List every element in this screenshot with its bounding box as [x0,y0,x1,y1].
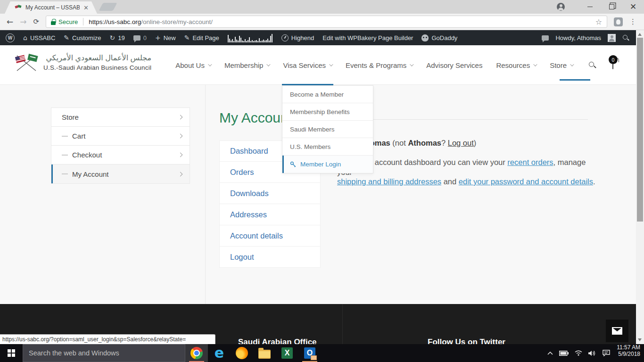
user-avatar[interactable] [608,34,616,42]
content-divider [205,85,206,304]
close-button[interactable]: ✕ [622,0,644,14]
admin-search-icon[interactable] [622,34,629,41]
shipping-billing-link[interactable]: shipping and billing addresses [337,177,441,186]
taskbar-file-explorer[interactable] [253,344,276,362]
admin-highend[interactable]: Highend [281,34,314,41]
battery-icon[interactable] [559,351,569,356]
menu-item-become-a-member[interactable]: Become a Member [282,86,373,103]
scrollbar-thumb[interactable] [637,38,643,222]
admin-stats-sparkline[interactable] [228,33,273,42]
sidebar-item-my-account[interactable]: My Account [51,165,190,183]
sidebar-item-store[interactable]: Store [51,108,190,127]
sidebar-item-label: Cart [72,132,85,140]
admin-edit-page[interactable]: ✎ Edit Page [184,34,219,41]
nav-item-events-programs[interactable]: Events & Programs [346,61,413,69]
taskbar-firefox[interactable] [231,344,253,362]
dash-icon [62,136,68,137]
account-nav-addresses[interactable]: Addresses [219,204,321,225]
wpbakery-label: Edit with WPBakery Page Builder [322,34,413,41]
address-bar[interactable]: Secure https://us-sabc.org/online-store/… [46,16,607,28]
scroll-down-arrow[interactable] [638,338,642,341]
back-button[interactable]: ← [7,17,13,26]
nav-item-advisory-services[interactable]: Advisory Services [426,61,482,69]
system-tray [547,344,610,362]
admin-updates[interactable]: ↻ 19 [110,34,125,41]
nav-label: About Us [175,61,205,69]
comment-count: 0 [143,34,147,41]
bookmark-star-icon[interactable]: ☆ [595,17,602,26]
link-status-bar: https://us-sabc.org/?option=saml_user_lo… [0,334,215,344]
taskbar-outlook[interactable]: O [298,344,321,362]
chevron-down-icon [267,62,271,66]
minimize-button[interactable] [579,0,601,14]
scroll-up-arrow[interactable] [638,33,642,36]
extension-icon[interactable] [614,17,623,26]
admin-new[interactable]: + New [155,34,176,41]
admin-godaddy[interactable]: GoDaddy [421,34,457,41]
forward-button[interactable]: → [20,17,26,26]
page-scrollbar[interactable] [636,30,644,344]
admin-customize[interactable]: ✎ Customize [64,34,101,41]
admin-wpbakery[interactable]: Edit with WPBakery Page Builder [322,34,413,41]
sidebar-item-cart[interactable]: Cart [51,127,190,146]
menu-item-us-members[interactable]: U.S. Members [282,138,373,156]
site-logo[interactable]: مجلس الأعمال السعودي الأمريكي U.S.-Saudi… [14,52,151,73]
nav-label: Events & Programs [346,61,406,69]
taskbar-edge[interactable]: e [208,344,231,362]
browser-tab[interactable]: My Account – USSABC ✕ [5,1,97,14]
taskbar-search[interactable] [23,344,185,362]
action-center-icon[interactable] [603,350,610,356]
tab-close-icon[interactable]: ✕ [83,4,89,11]
account-nav-downloads[interactable]: Downloads [219,183,321,204]
restore-button[interactable] [601,0,622,14]
nav-item-resources[interactable]: Resources [496,61,536,69]
envelope-icon [612,327,622,335]
cart-button[interactable]: 0 [612,61,613,69]
clock-time: 11:57 AM [617,344,640,351]
screen: My Account – USSABC ✕ ✕ ← → ⟳ Secure htt… [0,0,644,362]
admin-comments[interactable]: 0 [133,34,147,41]
nav-item-visa-services[interactable]: Visa Services [283,61,332,69]
greeting-close-paren: ) [474,139,477,147]
url-host: https://us-sabc.org [89,18,141,25]
taskbar-chrome[interactable] [185,344,208,362]
greeting-question: ? [441,139,448,147]
account-nav-logout[interactable]: Logout [219,247,321,268]
page-title: My Account [219,110,292,126]
howdy-label[interactable]: Howdy, Athomas [555,34,601,41]
secure-label: Secure [58,18,78,25]
email-button[interactable] [606,320,628,342]
sidebar-item-checkout[interactable]: Checkout [51,146,190,165]
gauge-icon [281,34,289,41]
wifi-icon[interactable] [575,350,582,356]
tab-title: My Account – USSABC [25,4,80,11]
chrome-profile-icon[interactable] [557,3,565,11]
nav-item-store[interactable]: Store [550,61,573,69]
menu-item-member-login[interactable]: Member Login [282,156,373,173]
reload-button[interactable]: ⟳ [33,17,40,26]
taskbar-search-input[interactable] [29,349,170,357]
taskbar-excel[interactable]: X [276,344,298,362]
menu-item-membership-benefits[interactable]: Membership Benefits [282,103,373,121]
tray-chevron-icon[interactable] [547,352,553,355]
edit-password-link[interactable]: edit your password and account details [459,177,593,186]
logout-link[interactable]: Log out [448,139,474,147]
nav-item-about-us[interactable]: About Us [175,61,211,69]
windows-taskbar: e X O 11:57 AM 5/9/2018 [0,344,644,362]
notification-bubble-icon[interactable] [542,35,549,41]
account-nav-account-details[interactable]: Account details [219,225,321,247]
admin-site-name[interactable]: ⌂ USSABC [23,34,55,41]
dash-icon [62,173,68,174]
volume-icon[interactable] [588,350,596,356]
nav-item-membership[interactable]: Membership [224,61,270,69]
taskbar-clock[interactable]: 11:57 AM 5/9/2018 [617,344,640,362]
dashboard-intro: From your account dashboard you can view… [337,157,601,187]
url-path: /online-store/my-account/ [141,18,213,25]
start-button[interactable] [0,344,23,362]
browser-menu-icon[interactable]: ⋮ [629,17,636,26]
header-search-icon[interactable] [588,61,596,69]
new-tab-button[interactable] [99,3,117,11]
menu-item-saudi-members[interactable]: Saudi Members [282,121,373,138]
recent-orders-link[interactable]: recent orders [507,158,553,166]
wordpress-logo-icon[interactable]: W [6,33,15,42]
